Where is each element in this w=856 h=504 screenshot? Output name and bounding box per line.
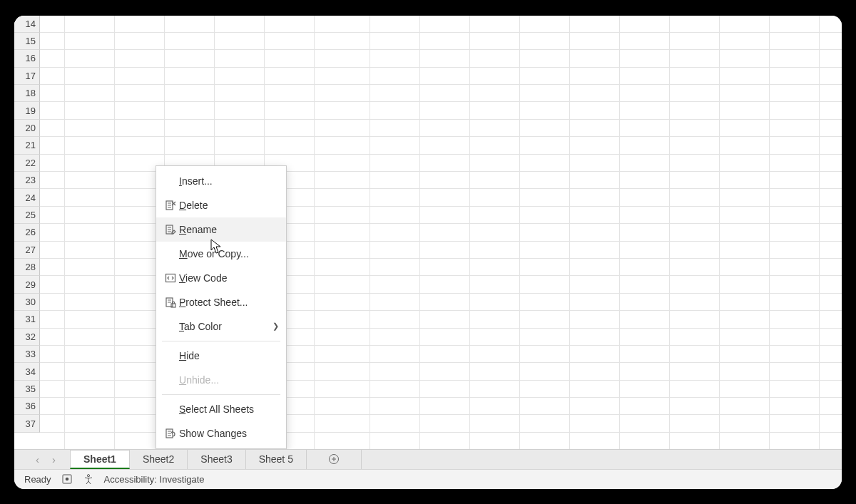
menu-item-delete[interactable]: Delete <box>156 193 286 217</box>
menu-separator <box>162 341 280 341</box>
tab-nav-prev[interactable]: ‹ <box>36 454 39 465</box>
row-header[interactable]: 19 <box>14 102 40 119</box>
changes-icon <box>162 428 179 439</box>
row-header[interactable]: 15 <box>14 33 40 50</box>
menu-item-unhide: Unhide... <box>156 368 286 392</box>
gridline <box>114 16 115 449</box>
row-header[interactable]: 28 <box>14 259 40 276</box>
row-header[interactable]: 31 <box>14 311 40 328</box>
gridline <box>314 16 315 449</box>
accessibility-icon[interactable] <box>83 473 94 485</box>
sheet-tabs: Sheet1Sheet2Sheet3Sheet 5 <box>70 450 307 469</box>
grid-row[interactable] <box>40 50 842 67</box>
gridline <box>519 16 520 449</box>
sheet-tab-sheet1[interactable]: Sheet1 <box>70 450 130 469</box>
add-sheet-button[interactable] <box>307 450 362 469</box>
gridline <box>669 16 670 449</box>
row-header[interactable]: 36 <box>14 398 40 415</box>
tab-nav-next[interactable]: › <box>52 454 56 465</box>
grid-row[interactable] <box>40 33 842 50</box>
menu-item-label: Delete <box>179 200 279 211</box>
menu-item-label: Hide <box>179 350 279 361</box>
row-header[interactable]: 34 <box>14 363 40 380</box>
lock-sheet-icon <box>162 297 179 308</box>
grid-row[interactable] <box>40 85 842 102</box>
menu-item-viewcode[interactable]: View Code <box>156 266 286 290</box>
row-headers: 1415161718192021222324252627282930313233… <box>14 16 40 433</box>
excel-window: 1415161718192021222324252627282930313233… <box>14 16 842 489</box>
plus-circle-icon <box>328 453 340 465</box>
grid-row[interactable] <box>40 120 842 137</box>
menu-item-tabcolor[interactable]: Tab Color❯ <box>156 314 286 339</box>
menu-item-label: Select All Sheets <box>179 403 279 415</box>
chevron-right-icon: ❯ <box>268 322 279 331</box>
menu-item-insert[interactable]: Insert... <box>156 169 286 193</box>
svg-point-8 <box>65 478 68 481</box>
status-state: Ready <box>24 474 51 485</box>
menu-separator <box>162 394 280 395</box>
row-header[interactable]: 20 <box>14 120 40 137</box>
row-header[interactable]: 17 <box>14 68 40 85</box>
svg-point-9 <box>87 475 89 477</box>
menu-item-label: Rename <box>179 224 279 235</box>
row-header[interactable]: 29 <box>14 276 40 293</box>
row-header[interactable]: 14 <box>14 16 40 33</box>
gridline <box>419 16 420 449</box>
row-header[interactable]: 27 <box>14 242 40 259</box>
grid-row[interactable] <box>40 16 842 33</box>
worksheet-grid[interactable]: 1415161718192021222324252627282930313233… <box>14 16 842 449</box>
grid-row[interactable] <box>40 68 842 85</box>
sheet-delete-icon <box>162 200 179 211</box>
gridline <box>469 16 470 449</box>
gridline <box>719 16 720 449</box>
menu-item-label: Move or Copy... <box>179 248 279 259</box>
status-bar: Ready Accessibility: Investigate <box>14 469 842 489</box>
sheet-tab-sheet5[interactable]: Sheet 5 <box>246 450 307 469</box>
menu-item-selectall[interactable]: Select All Sheets <box>156 397 286 421</box>
menu-item-protect[interactable]: Protect Sheet... <box>156 290 286 314</box>
row-header[interactable]: 33 <box>14 346 40 363</box>
row-header[interactable]: 21 <box>14 137 40 154</box>
macro-record-icon[interactable] <box>61 473 73 485</box>
grid-row[interactable] <box>40 137 842 154</box>
gridline <box>819 16 820 449</box>
gridline <box>370 16 370 449</box>
menu-item-label: Unhide... <box>179 374 279 386</box>
row-header[interactable]: 32 <box>14 329 40 346</box>
menu-item-label: Tab Color <box>179 321 268 332</box>
sheet-tab-sheet2[interactable]: Sheet2 <box>130 450 188 469</box>
row-header[interactable]: 37 <box>14 415 40 432</box>
sheet-context-menu: Insert...DeleteRenameMove or Copy...View… <box>156 165 287 449</box>
gridline <box>619 16 620 449</box>
row-header[interactable]: 30 <box>14 294 40 311</box>
row-header[interactable]: 23 <box>14 172 40 189</box>
menu-item-move[interactable]: Move or Copy... <box>156 242 286 266</box>
gridline <box>64 16 65 449</box>
menu-item-hide[interactable]: Hide <box>156 344 286 368</box>
menu-item-label: View Code <box>179 272 279 284</box>
row-header[interactable]: 22 <box>14 155 40 172</box>
menu-item-label: Insert... <box>179 175 279 187</box>
row-header[interactable]: 26 <box>14 224 40 241</box>
tab-nav: ‹ › <box>26 450 70 469</box>
row-header[interactable]: 25 <box>14 207 40 224</box>
accessibility-status[interactable]: Accessibility: Investigate <box>104 474 205 485</box>
code-icon <box>162 272 179 284</box>
row-header[interactable]: 16 <box>14 50 40 67</box>
menu-item-showchanges[interactable]: Show Changes <box>156 421 286 446</box>
sheet-tab-sheet3[interactable]: Sheet3 <box>188 450 245 469</box>
row-header[interactable]: 35 <box>14 381 40 398</box>
gridline <box>569 16 570 449</box>
sheet-tab-strip: ‹ › Sheet1Sheet2Sheet3Sheet 5 <box>14 449 842 469</box>
menu-item-rename[interactable]: Rename <box>156 217 286 242</box>
menu-item-label: Protect Sheet... <box>179 297 279 308</box>
sheet-rename-icon <box>162 224 179 235</box>
menu-item-label: Show Changes <box>179 428 279 439</box>
gridline <box>769 16 770 449</box>
row-header[interactable]: 24 <box>14 189 40 206</box>
row-header[interactable]: 18 <box>14 85 40 102</box>
grid-row[interactable] <box>40 102 842 119</box>
